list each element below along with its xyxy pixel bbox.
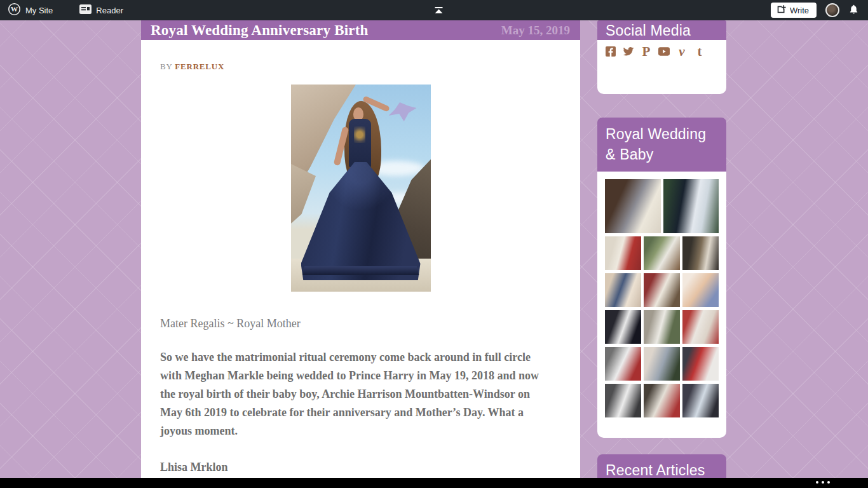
royal-wedding-baby-widget: Royal Wedding & Baby <box>597 118 726 438</box>
gallery-widget-title: Royal Wedding & Baby <box>597 118 726 172</box>
gallery-photo[interactable] <box>605 384 641 417</box>
article-paragraph-signoff: Lhisa Mrklon <box>160 461 561 474</box>
reader-menu[interactable]: Reader <box>72 0 131 20</box>
article-title: Royal Wedding Anniversary Birth <box>151 22 369 39</box>
byline-prefix: BY <box>160 62 175 71</box>
vimeo-icon[interactable]: v <box>676 46 688 57</box>
article-date: May 15, 2019 <box>501 24 570 37</box>
gallery-photo[interactable] <box>605 273 641 307</box>
tumblr-icon[interactable]: t <box>694 46 705 57</box>
svg-text:W: W <box>11 5 18 13</box>
article-paragraph-main: So we have the matrimonial ritual ceremo… <box>160 348 550 440</box>
article-panel: Royal Wedding Anniversary Birth May 15, … <box>141 20 580 478</box>
reader-icon <box>79 4 92 16</box>
watermark-graphic <box>389 102 417 121</box>
my-site-label: My Site <box>25 6 53 15</box>
wordpress-logo-icon: W <box>8 3 21 18</box>
write-button[interactable]: Write <box>771 3 817 18</box>
wp-admin-bar: W My Site Reader <box>0 0 868 20</box>
reader-label: Reader <box>96 6 123 15</box>
gallery-photo[interactable] <box>682 273 719 307</box>
photo-gallery-grid <box>605 179 719 417</box>
gallery-photo[interactable] <box>682 236 719 270</box>
arrow-up-icon <box>434 6 444 15</box>
user-avatar[interactable] <box>825 3 839 17</box>
gallery-photo[interactable] <box>605 236 641 270</box>
gallery-photo[interactable] <box>644 347 680 381</box>
byline: BY FERRELUX <box>160 62 561 72</box>
overflow-menu-dots[interactable] <box>816 481 830 484</box>
gallery-photo[interactable] <box>682 347 719 381</box>
gallery-photo[interactable] <box>605 310 641 344</box>
gallery-photo[interactable] <box>682 384 719 417</box>
bottom-overlay-bar <box>0 478 868 488</box>
twitter-icon[interactable] <box>623 46 634 57</box>
collapse-toolbar-button[interactable] <box>430 0 447 20</box>
gallery-photo[interactable] <box>644 273 680 307</box>
gallery-photo[interactable] <box>682 310 719 344</box>
article-title-bar: Royal Wedding Anniversary Birth May 15, … <box>141 20 580 40</box>
gallery-photo[interactable] <box>663 179 719 233</box>
gallery-photo[interactable] <box>605 179 661 233</box>
write-label: Write <box>790 6 809 15</box>
social-media-widget-title: Social Media <box>597 20 726 40</box>
wordpress-logo-menu[interactable]: W My Site <box>0 0 60 20</box>
gallery-photo[interactable] <box>605 347 641 381</box>
author-link[interactable]: FERRELUX <box>175 62 224 71</box>
gallery-photo[interactable] <box>644 310 680 344</box>
notifications-bell-icon[interactable] <box>848 4 859 17</box>
gallery-photo[interactable] <box>644 384 680 417</box>
social-media-widget: Social Media P v t <box>597 20 726 94</box>
article-paragraph-intro: Mater Regalis ~ Royal Mother <box>160 317 561 330</box>
pinterest-icon[interactable]: P <box>641 46 652 57</box>
new-post-icon <box>776 4 786 16</box>
article-hero-image <box>291 85 431 292</box>
youtube-icon[interactable] <box>658 46 670 57</box>
gallery-photo[interactable] <box>644 236 680 270</box>
facebook-icon[interactable] <box>605 46 616 57</box>
sidebar: Social Media P v t <box>597 20 726 478</box>
